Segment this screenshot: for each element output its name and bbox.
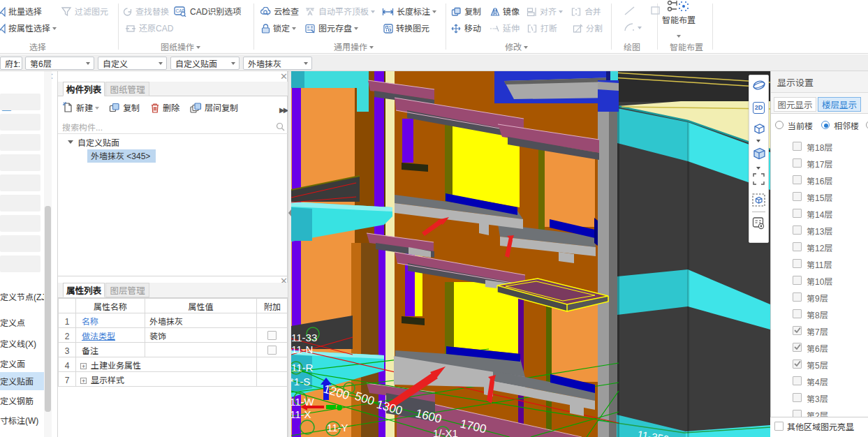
svg-text:11-33: 11-33 bbox=[291, 332, 317, 343]
svg-text:11-R: 11-R bbox=[291, 362, 314, 373]
svg-text:1/-X1: 1/-X1 bbox=[433, 427, 458, 437]
svg-text:11-N: 11-N bbox=[291, 343, 313, 355]
svg-text:11-X: 11-X bbox=[291, 408, 311, 420]
svg-text:11-Y: 11-Y bbox=[327, 422, 348, 434]
svg-text:*1-S: *1-S bbox=[291, 376, 310, 387]
svg-text:11-W: 11-W bbox=[291, 396, 315, 408]
